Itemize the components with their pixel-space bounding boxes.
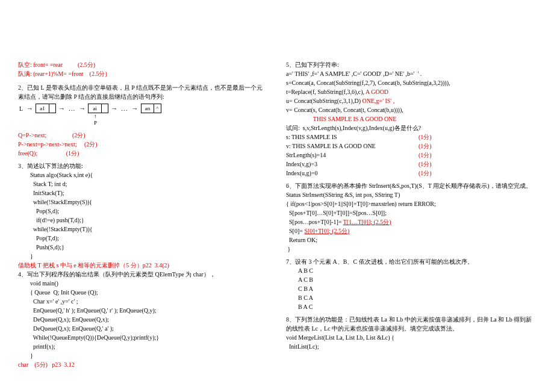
code-line: Status algo(Stack s,int e){ — [18, 170, 268, 179]
ll-node-a1: a1 — [36, 104, 56, 113]
right-column: 5、已知下列字符串: a=' THIS' ,f=' A SAMPLE' ,C='… — [286, 60, 536, 369]
arrow-icon: → — [58, 105, 65, 112]
code-line: S[0]= S[0]+T[0]; (2.5分) — [286, 226, 536, 235]
q5-ans-row: Index(u,g)=0(1分) — [286, 169, 536, 178]
ll-node-ai: ai — [88, 104, 108, 113]
dots-icon: ... — [67, 104, 76, 114]
q5-red-insert: A GOOD — [366, 89, 388, 95]
code-line: Status StrInsert(SString &S, int pos, SS… — [286, 190, 536, 199]
code-line: EnQueue(Q,' h' ); EnQueue(Q,' r' ); EnQu… — [18, 306, 268, 315]
code-line: Pop(T,d); — [18, 234, 268, 243]
up-arrow-icon: ↑ — [94, 114, 97, 119]
q2-ans-2: P->next=p->next->next; (2分) — [18, 140, 268, 149]
code-line: { Queue Q; Init Queue (Q); — [18, 288, 268, 297]
q5-big-answer: THIS SAMPLE IS A GOOD ONE — [286, 114, 536, 123]
code-line: Push(S,d);} — [18, 243, 268, 252]
arrow-icon: → — [79, 105, 86, 112]
q2-intro: 2、已知 L 是带表头结点的非空单链表，且 P 结点既不是第一个元素结点，也不是… — [18, 83, 268, 101]
code-line: Char x=' e' ,y=' c' ; — [18, 297, 268, 306]
q7-title: 7、设有 3 个元素 A、B、C 依次进栈，给出它们所有可能的出栈次序。 — [286, 257, 536, 266]
queue-empty: 队空: front= =rear (2.5分) — [18, 60, 268, 69]
code-line: While(!QueueEmpty(Q)){DeQueue(Q,y);print… — [18, 333, 268, 342]
q4-answer: char (5分) p23 3.12 — [18, 360, 268, 369]
code-line: { if(pos<1|pos>S[0]+1||S[0]+T[0]>maxstrl… — [286, 199, 536, 208]
code-line: void main() — [18, 279, 268, 288]
code-line: } — [286, 244, 536, 254]
code-line: DeQueue(Q,x); EnQueue(Q,x); — [18, 315, 268, 324]
q7-item: C B A — [286, 284, 536, 293]
linked-list-diagram: L → a1 → ... → ai → ... → an ^ — [26, 104, 268, 127]
arrow-icon: → — [132, 105, 138, 112]
q5-question: 试问: s,v,StrLength(s),Index(v,g),Index(u,… — [286, 123, 536, 132]
queue-full: 队满: (rear+1)%M= =front (2.5分) — [18, 69, 268, 78]
q5-line: s=Concat(a, Concat(SubString(f,2,7), Con… — [286, 78, 536, 87]
q5-line: a=' THIS' ,f=' A SAMPLE' ,C=' GOOD' ,D='… — [286, 69, 536, 78]
arrow-icon: → — [111, 105, 117, 112]
q5-line: v= Concat(s, Concat(b, Concat(t, Concat(… — [286, 105, 536, 114]
q4-title: 4、写出下列程序段的输出结果（队列中的元素类型 QElemType 为 char… — [18, 270, 268, 279]
code-line: void MergeList(List La, List Lb, List &L… — [286, 333, 536, 342]
code-line: Return OK; — [286, 235, 536, 244]
q5-ans-row: Index(v,g)=3(1分) — [286, 160, 536, 169]
code-line: } — [18, 252, 268, 261]
q5-line: u= Concat(SubString(c,3,1),D) ONE,g=' IS… — [286, 96, 536, 105]
code-line: S[pos+T[0]…S[0]+T[0]]=S[pos…S[0]]; — [286, 208, 536, 217]
q5-red-insert: ONE,g=' IS' , — [362, 98, 394, 104]
left-column: 队空: front= =rear (2.5分) 队满: (rear+1)%M= … — [18, 60, 268, 369]
code-line: } — [18, 351, 268, 360]
code-line: while(!StackEmpty(T)){ — [18, 225, 268, 234]
code-line: Stack T; int d; — [18, 179, 268, 188]
code-line: Pop(S,d); — [18, 207, 268, 216]
q6-title: 6、下面算法实现串的基本操作 StrInsert(&S,pos,T)(S、T 用… — [286, 181, 536, 190]
arrow-icon: → — [26, 105, 33, 112]
q3-title: 3、简述以下算法的功能: — [18, 161, 268, 170]
code-line: DeQueue(Q,x); EnQueue(Q,' a' ); — [18, 324, 268, 333]
q5-ans-row: s: THIS SAMPLE IS(1分) — [286, 132, 536, 142]
q8-title: 8、下列算法的功能是：已知线性表 La 和 Lb 中的元素按值非递减排列，归并 … — [286, 315, 536, 333]
q5-line: t=Replace(f, SubString(f,3,6),c), A GOOD — [286, 87, 536, 96]
ll-head-label: L — [19, 104, 24, 113]
q7-item: A C B — [286, 275, 536, 284]
code-line: printf(x); — [18, 342, 268, 351]
q5-title: 5、已知下列字符串: — [286, 60, 536, 69]
dots-icon: ... — [120, 104, 129, 114]
code-line: S[pos…pos+T[0]-1]= T[1…T[0]]; (2.5分) — [286, 217, 536, 226]
q7-item: B A C — [286, 302, 536, 311]
code-line: InitList(Lc); — [286, 342, 536, 351]
q7-item: B C A — [286, 293, 536, 302]
q5-ans-row: StrLength(s)=14(1分) — [286, 151, 536, 160]
p-label: P — [94, 119, 97, 128]
code-line: InitStack(T); — [18, 188, 268, 198]
ll-node-an: an ^ — [141, 104, 161, 113]
q6-blank-2: S[0]+T[0]; (2.5分) — [304, 228, 349, 234]
code-line: while(!StackEmpty(S)){ — [18, 198, 268, 207]
q7-item: A B C — [286, 266, 536, 275]
q2-ans-1: Q=P->next; (2分) — [18, 131, 268, 140]
code-line: if(d!=e) push(T,d);} — [18, 216, 268, 225]
q5-ans-row: v: THIS SAMPLE IS A GOOD ONE(1分) — [286, 142, 536, 151]
q2-ans-3: free(Q); (1分) — [18, 149, 268, 158]
q3-answer: 借助栈 T 把栈 s 中与 e 相等的元素删掉（5 分）p22 3.4(2) — [18, 261, 268, 270]
q6-blank-1: T[1…T[0]]; (2.5分) — [343, 219, 391, 225]
